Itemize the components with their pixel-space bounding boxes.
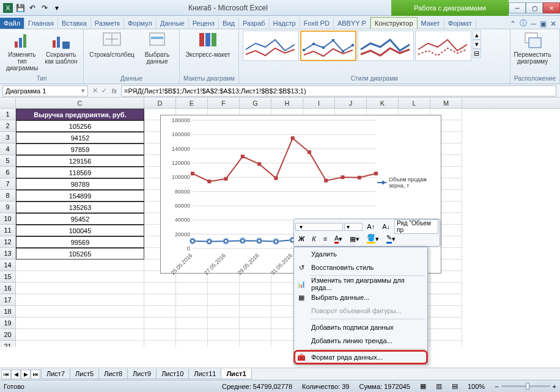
series-selector[interactable]: Ряд "Объем пр xyxy=(394,219,438,234)
row-header-21[interactable]: 21 xyxy=(0,341,16,347)
row-header-1[interactable]: 1 xyxy=(0,109,16,120)
save-icon[interactable]: 💾 xyxy=(15,2,26,13)
chart-style-3[interactable] xyxy=(358,31,414,61)
shape-outline-icon[interactable]: ✎▾ xyxy=(383,233,399,244)
bold-icon[interactable]: Ж xyxy=(295,233,308,244)
cell-C2[interactable]: 105256 xyxy=(16,120,144,132)
sheet-tab-Лист8[interactable]: Лист8 xyxy=(98,369,128,379)
cell-D18[interactable] xyxy=(144,306,176,318)
cell-E18[interactable] xyxy=(176,306,208,318)
worksheet-grid[interactable]: CDEFGHIJKLM 1Выручка предприятия, руб.21… xyxy=(0,98,560,347)
tab-chart-layout[interactable]: Макет xyxy=(418,18,444,29)
chart-style-2[interactable] xyxy=(300,31,356,61)
col-header-D[interactable]: D xyxy=(144,98,176,108)
ctx-delete[interactable]: Удалить xyxy=(294,247,427,261)
sheet-tab-Лист9[interactable]: Лист9 xyxy=(127,369,157,379)
cell-C1[interactable]: Выручка предприятия, руб. xyxy=(16,109,144,120)
undo-icon[interactable]: ↶ xyxy=(27,2,38,13)
select-data-button[interactable]: Выбрать данные xyxy=(139,31,175,65)
cell-D16[interactable] xyxy=(144,283,176,294)
cell-C7[interactable]: 98789 xyxy=(16,178,144,190)
minimize-ribbon-icon[interactable]: ⌃ xyxy=(510,20,516,28)
zoom-level[interactable]: 100% xyxy=(468,383,485,390)
express-layout-button[interactable]: Экспресс-макет xyxy=(183,31,232,58)
sheet-tab-Лист5[interactable]: Лист5 xyxy=(70,369,99,379)
redo-icon[interactable]: ↷ xyxy=(39,2,50,13)
cell-C15[interactable] xyxy=(16,271,144,283)
help-icon[interactable]: ⓘ xyxy=(520,18,527,29)
cell-E21[interactable] xyxy=(176,341,208,347)
cell-C13[interactable]: 105265 xyxy=(16,248,144,260)
ctx-change-type[interactable]: 📊Изменить тип диаграммы для ряда... xyxy=(294,277,427,291)
cell-M16[interactable] xyxy=(430,283,462,294)
row-header-13[interactable]: 13 xyxy=(0,248,16,260)
row-header-5[interactable]: 5 xyxy=(0,155,16,167)
sheet-prev-icon[interactable]: ◀ xyxy=(11,369,21,379)
tab-layout[interactable]: Разметк xyxy=(91,18,124,29)
row-header-3[interactable]: 3 xyxy=(0,132,16,143)
cell-G19[interactable] xyxy=(240,318,271,329)
row-header-20[interactable]: 20 xyxy=(0,329,16,341)
col-header-E[interactable]: E xyxy=(176,98,208,108)
ctx-format-series[interactable]: 🧰Формат ряда данных... xyxy=(294,350,427,364)
fill-color-icon[interactable]: 🪣▾ xyxy=(364,233,382,244)
style-more[interactable]: ⊟ xyxy=(473,49,481,58)
col-header-J[interactable]: J xyxy=(335,98,367,108)
tab-formulas[interactable]: Формул xyxy=(124,18,157,29)
col-header-H[interactable]: H xyxy=(271,98,303,108)
cell-C8[interactable]: 154899 xyxy=(16,190,144,201)
chart-legend[interactable]: Объем продаж зерна, т xyxy=(377,176,438,189)
row-header-11[interactable]: 11 xyxy=(0,225,16,236)
grow-font-icon[interactable]: A↑ xyxy=(364,221,378,232)
col-header-I[interactable]: I xyxy=(303,98,335,108)
row-header-6[interactable]: 6 xyxy=(0,167,16,178)
tab-developer[interactable]: Разраб xyxy=(239,18,270,29)
tab-home[interactable]: Главная xyxy=(24,18,58,29)
cancel-formula-icon[interactable]: ✕ xyxy=(90,87,100,95)
italic-icon[interactable]: К xyxy=(309,233,319,244)
cell-C17[interactable] xyxy=(16,294,144,306)
name-box[interactable]: Диаграмма 1▾ xyxy=(2,85,88,96)
style-scroll-down[interactable]: ▾ xyxy=(473,40,481,49)
row-header-10[interactable]: 10 xyxy=(0,213,16,225)
row-header-2[interactable]: 2 xyxy=(0,120,16,132)
tab-foxit[interactable]: Foxit PD xyxy=(300,18,334,29)
font-color-icon[interactable]: A▾ xyxy=(331,233,345,244)
align-icon[interactable]: ≡ xyxy=(320,233,330,244)
move-chart-button[interactable]: Переместить диаграмму xyxy=(514,31,551,65)
cell-C3[interactable]: 94152 xyxy=(16,132,144,143)
cell-G16[interactable] xyxy=(240,283,271,294)
cell-C10[interactable]: 95452 xyxy=(16,213,144,225)
minimize-button[interactable]: ─ xyxy=(509,2,526,13)
cell-C18[interactable] xyxy=(16,306,144,318)
view-pagebreak-icon[interactable]: ▤ xyxy=(452,382,458,390)
shrink-font-icon[interactable]: A↓ xyxy=(379,221,393,232)
row-header-15[interactable]: 15 xyxy=(0,271,16,283)
chart-style-4[interactable] xyxy=(415,31,471,61)
cell-C19[interactable] xyxy=(16,318,144,329)
zoom-out-icon[interactable]: − xyxy=(495,383,498,390)
font-selector[interactable]: ▾ xyxy=(295,223,343,231)
qat-dropdown-icon[interactable]: ▾ xyxy=(51,2,62,13)
cell-M20[interactable] xyxy=(430,329,462,341)
cell-D17[interactable] xyxy=(144,294,176,306)
sheet-first-icon[interactable]: ⏮ xyxy=(1,369,11,379)
view-normal-icon[interactable]: ▦ xyxy=(420,382,426,390)
col-header-K[interactable]: K xyxy=(367,98,399,108)
col-header-M[interactable]: M xyxy=(430,98,462,108)
close-button[interactable]: ✕ xyxy=(543,2,560,13)
save-template-button[interactable]: Сохранить как шаблон xyxy=(43,31,79,65)
cell-F21[interactable] xyxy=(208,341,240,347)
cell-F19[interactable] xyxy=(208,318,240,329)
cell-E16[interactable] xyxy=(176,283,208,294)
row-header-9[interactable]: 9 xyxy=(0,201,16,213)
sheet-next-icon[interactable]: ▶ xyxy=(21,369,31,379)
row-header-12[interactable]: 12 xyxy=(0,236,16,248)
cell-C21[interactable] xyxy=(16,341,144,347)
row-header-8[interactable]: 8 xyxy=(0,190,16,201)
ctx-add-trendline[interactable]: Добавить линию тренда... xyxy=(294,334,427,347)
cell-G17[interactable] xyxy=(240,294,271,306)
sheet-tab-Лист11[interactable]: Лист11 xyxy=(188,369,221,379)
cell-C14[interactable] xyxy=(16,260,144,271)
cell-C16[interactable] xyxy=(16,283,144,294)
